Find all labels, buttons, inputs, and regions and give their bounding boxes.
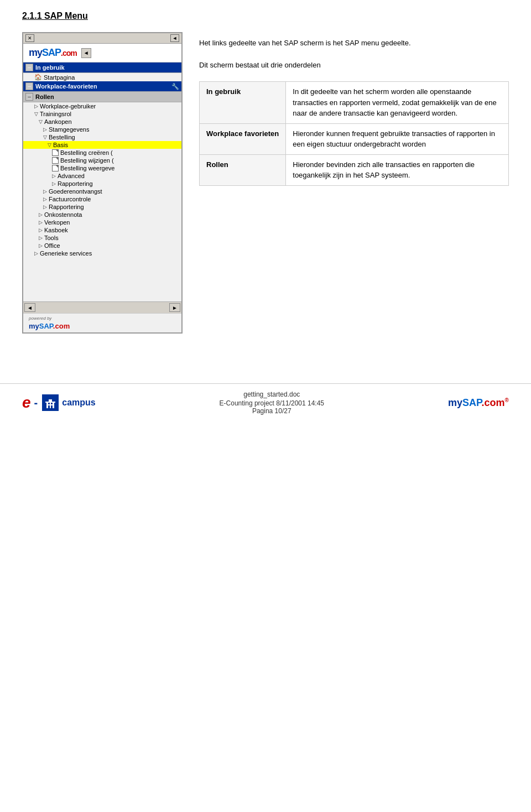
menu-item-generieke-services[interactable]: ▷ Generieke services [23, 249, 181, 257]
arrow-right-icon-11: ▷ [39, 235, 43, 241]
kasboek-label: Kasboek [44, 227, 68, 233]
ecampus-e-letter: e [22, 394, 31, 412]
sap-logo-area: mySAP.com ◄ [23, 44, 181, 63]
goederenontvangst-label: Goederenontvangst [49, 188, 102, 195]
menu-section-in-gebruik[interactable]: ─ In gebruik [23, 63, 181, 73]
content-in-gebruik: In dit gedeelte van het scherm worden al… [286, 82, 509, 124]
menu-item-factuurcontrole[interactable]: ▷ Factuurcontrole [23, 195, 181, 203]
arrow-right-icon-9: ▷ [39, 220, 43, 225]
footer-sap: SAP [39, 322, 53, 330]
arrow-right-icon-2: ▷ [43, 127, 47, 132]
info-table: In gebruik In dit gedeelte van het scher… [199, 81, 509, 186]
advanced-label: Advanced [58, 173, 85, 179]
doc-icon-1 [52, 149, 59, 156]
bestelling-weergeven-label: Bestelling weergeve [60, 165, 114, 171]
table-row: Rollen Hieronder bevinden zich alle tran… [200, 154, 509, 185]
ecampus-hyphen: - [34, 397, 38, 409]
generieke-services-label: Generieke services [40, 250, 92, 257]
svg-rect-5 [48, 405, 50, 408]
logo-nav-button[interactable]: ◄ [81, 48, 91, 58]
arrow-open-icon-3: ▽ [43, 134, 47, 140]
menu-item-bestelling-creeren[interactable]: Bestelling creëren ( [23, 149, 181, 157]
menu-item-bestelling[interactable]: ▽ Bestelling [23, 133, 181, 141]
label-workplace-favorieten: Workplace favorieten [200, 123, 286, 154]
menu-item-workplace-gebruiker[interactable]: ▷ Workplace-gebruiker [23, 102, 181, 110]
svg-rect-1 [49, 399, 52, 402]
powered-by-text: powered by [29, 316, 51, 321]
workplace-gebruiker-label: Workplace-gebruiker [40, 103, 96, 110]
menu-section-rollen[interactable]: ─ Rollen [23, 92, 181, 102]
bestelling-wijzigen-label: Bestelling wijzigen ( [60, 157, 114, 164]
svg-rect-6 [51, 405, 53, 408]
footer-right: mySAP.com® [448, 397, 509, 409]
svg-rect-2 [45, 402, 55, 403]
registered-icon: ® [505, 397, 509, 403]
arrow-open-icon-2: ▽ [39, 119, 43, 124]
rollen-label: Rollen [35, 93, 54, 100]
logo-sap: SAP [42, 47, 61, 58]
menu-item-basis[interactable]: ▽ Basis [23, 141, 181, 149]
menu-item-advanced[interactable]: ▷ Advanced [23, 172, 181, 180]
description-area: Het links gedeelte van het SAP scherm is… [199, 32, 509, 334]
menu-item-startpagina[interactable]: 🏠 Startpagina [23, 73, 181, 81]
menu-item-kasboek[interactable]: ▷ Kasboek [23, 226, 181, 234]
section-title: 2.1.1 SAP Menu [22, 11, 509, 21]
tools-label: Tools [44, 235, 59, 241]
menu-item-aankopen[interactable]: ▽ Aankopen [23, 118, 181, 126]
menu-item-rapportering-basis[interactable]: ▷ Rapportering [23, 180, 181, 188]
arrow-right-icon-5: ▷ [43, 189, 47, 194]
arrow-right-icon-10: ▷ [39, 227, 43, 233]
back-nav-button[interactable]: ◄ [170, 34, 179, 42]
ecampus-campus-text: campus [62, 398, 95, 408]
footer-sap-text: SAP [462, 397, 482, 408]
svg-rect-3 [48, 403, 50, 404]
label-in-gebruik: In gebruik [200, 82, 286, 124]
menu-item-stamgegevens[interactable]: ▷ Stamgegevens [23, 126, 181, 133]
ecampus-logo: e - campus [22, 394, 96, 412]
menu-item-onkostennota[interactable]: ▷ Onkostennota [23, 211, 181, 218]
minus-icon-3: ─ [25, 93, 33, 101]
mysap-logo: mySAP.com [29, 47, 77, 59]
building-icon [42, 394, 59, 411]
doc-icon-2 [52, 157, 59, 164]
content-rollen: Hieronder bevinden zich alle transacties… [286, 154, 509, 185]
nav-left-button[interactable]: ◄ [24, 303, 35, 312]
footer-center: getting_started.doc E-Counting project 8… [220, 391, 324, 415]
factuurcontrole-label: Factuurcontrole [49, 196, 91, 202]
arrow-open-icon-4: ▽ [48, 142, 51, 148]
menu-item-office[interactable]: ▷ Office [23, 242, 181, 249]
menu-section-workplace[interactable]: ─ Workplace-favorieten 🔧 [23, 81, 181, 92]
menu-item-rapportering-aankopen[interactable]: ▷ Rapportering [23, 203, 181, 211]
basis-label: Basis [53, 142, 68, 148]
doc-icon-3 [52, 165, 59, 171]
label-rollen: Rollen [200, 154, 286, 185]
arrow-right-icon-12: ▷ [39, 243, 43, 248]
close-button[interactable]: ✕ [25, 34, 34, 42]
description-subtitle: Dit scherm bestaat uit drie onderdelen [199, 60, 509, 71]
footer-page-info: Pagina 10/27 [220, 407, 324, 415]
table-row: In gebruik In dit gedeelte van het scher… [200, 82, 509, 124]
minus-icon-2: ─ [25, 82, 33, 90]
footer-my-text: my [448, 397, 462, 408]
arrow-right-icon-7: ▷ [43, 204, 47, 210]
logo-my: my [29, 47, 42, 58]
rapportering-basis-label: Rapportering [58, 180, 93, 187]
office-label: Office [44, 242, 60, 249]
nav-right-button[interactable]: ► [169, 303, 180, 312]
menu-item-verkopen[interactable]: ▷ Verkopen [23, 218, 181, 226]
menu-item-bestelling-weergeven[interactable]: Bestelling weergeve [23, 164, 181, 172]
menu-item-bestelling-wijzigen[interactable]: Bestelling wijzigen ( [23, 157, 181, 164]
wrench-icon: 🔧 [171, 83, 179, 90]
aankopen-label: Aankopen [44, 118, 72, 125]
menu-item-trainingsrol[interactable]: ▽ Trainingsrol [23, 110, 181, 118]
menu-empty-space [23, 257, 181, 301]
home-icon: 🏠 [34, 74, 42, 81]
menu-item-goederenontvangst[interactable]: ▷ Goederenontvangst [23, 188, 181, 195]
sap-menu-window: ✕ ◄ mySAP.com ◄ ─ In gebruik [22, 32, 183, 334]
info-table-body: In gebruik In dit gedeelte van het scher… [200, 82, 509, 186]
logo-dotcom: .com [61, 49, 77, 58]
page-footer: e - campus getting_started.doc E-Countin… [0, 383, 531, 421]
arrow-right-icon-8: ▷ [39, 212, 43, 217]
table-row: Workplace favorieten Hieronder kunnen fr… [200, 123, 509, 154]
menu-item-tools[interactable]: ▷ Tools [23, 234, 181, 242]
